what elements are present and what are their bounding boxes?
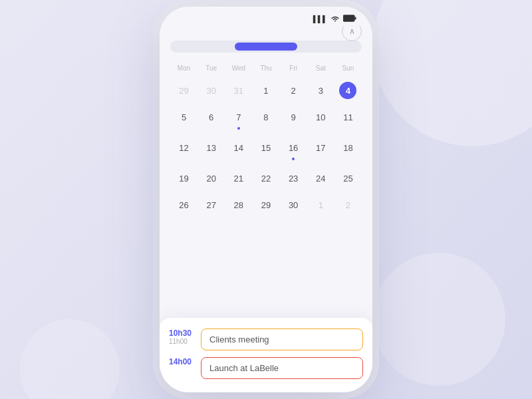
day-header-mon: Mon [170, 63, 198, 73]
cal-cell-w2-d5[interactable]: 17 [307, 136, 334, 164]
event-card-1[interactable]: Clients meeting [201, 329, 363, 350]
event-time-2: 14h00 [169, 357, 194, 379]
day-header-sat: Sat [307, 63, 334, 73]
wifi-icon [331, 15, 340, 23]
cal-cell-w3-d5[interactable]: 24 [307, 166, 334, 190]
chevron-up-icon: ∧ [349, 27, 355, 36]
cal-cell-w4-d3[interactable]: 29 [252, 193, 279, 217]
cal-cell-w0-d1[interactable]: 30 [198, 78, 225, 102]
cal-cell-w3-d1[interactable]: 20 [198, 166, 225, 190]
year-tab[interactable] [297, 43, 360, 51]
day-headers: Mon Tue Wed Thu Fri Sat Sun [170, 63, 362, 73]
cal-cell-w1-d2[interactable]: 7 [225, 105, 252, 133]
cal-cell-w0-d5[interactable]: 3 [307, 78, 334, 102]
cal-cell-w0-d0[interactable]: 29 [170, 78, 198, 102]
phone-frame: ▌▌▌ ∧ Mon Tue We [160, 7, 372, 392]
chevron-button[interactable]: ∧ [342, 26, 362, 41]
cal-cell-w3-d0[interactable]: 19 [170, 166, 198, 190]
cal-cell-w1-d6[interactable]: 11 [334, 105, 362, 133]
day-header-tue: Tue [198, 63, 225, 73]
cal-cell-w4-d5[interactable]: 1 [307, 193, 334, 217]
cal-cell-w1-d0[interactable]: 5 [170, 105, 198, 133]
cal-cell-w2-d3[interactable]: 15 [252, 136, 279, 164]
calendar-header: ∧ [170, 26, 362, 41]
week-tab[interactable] [172, 43, 235, 51]
event-title-2: Launch at LaBelle [209, 363, 279, 373]
cal-cell-w0-d6[interactable]: 4 [334, 78, 362, 102]
event-time-1: 10h30 11h00 [169, 329, 194, 350]
svg-rect-1 [355, 17, 356, 20]
cal-cell-w2-d1[interactable]: 13 [198, 136, 225, 164]
event-dot [292, 158, 295, 160]
day-header-sun: Sun [334, 63, 362, 73]
day-header-wed: Wed [225, 63, 252, 73]
cal-cell-w4-d2[interactable]: 28 [225, 193, 252, 217]
cal-cell-w4-d0[interactable]: 26 [170, 193, 198, 217]
day-header-fri: Fri [280, 63, 307, 73]
cal-cell-w2-d0[interactable]: 12 [170, 136, 198, 164]
battery-icon [343, 15, 356, 23]
event-start-2: 14h00 [169, 357, 194, 366]
svg-rect-0 [343, 15, 354, 21]
cal-cell-w1-d5[interactable]: 10 [307, 105, 334, 133]
day-header-thu: Thu [252, 63, 279, 73]
event-row-2: 14h00 Launch at LaBelle [169, 357, 363, 379]
month-tab[interactable] [235, 43, 297, 51]
cal-cell-w0-d2[interactable]: 31 [225, 78, 252, 102]
cal-cell-w3-d6[interactable]: 25 [334, 166, 362, 190]
status-icons: ▌▌▌ [313, 15, 356, 23]
bg-circle-3 [20, 319, 120, 399]
bg-circle-1 [372, 0, 532, 146]
cal-cell-w3-d3[interactable]: 22 [252, 166, 279, 190]
event-dot [237, 127, 240, 130]
cal-cell-w1-d4[interactable]: 9 [280, 105, 307, 133]
cal-cell-w1-d3[interactable]: 8 [252, 105, 279, 133]
cal-cell-w4-d4[interactable]: 30 [280, 193, 307, 217]
cal-cell-w0-d3[interactable]: 1 [252, 78, 279, 102]
cal-cell-w4-d6[interactable]: 2 [334, 193, 362, 217]
signal-icon: ▌▌▌ [313, 15, 327, 23]
view-tabs [170, 41, 362, 53]
event-row-1: 10h30 11h00 Clients meeting [169, 329, 363, 350]
bg-circle-2 [372, 253, 505, 386]
main-content: ∧ Mon Tue Wed Thu Fri Sat Sun 2930311234… [160, 26, 372, 392]
cal-cell-w3-d2[interactable]: 21 [225, 166, 252, 190]
event-start-1: 10h30 [169, 329, 194, 338]
calendar-dates: 2930311234567891011121314151617181920212… [170, 78, 362, 217]
cal-cell-w1-d1[interactable]: 6 [198, 105, 225, 133]
event-end-1: 11h00 [169, 338, 194, 345]
cal-cell-w0-d4[interactable]: 2 [280, 78, 307, 102]
cal-cell-w3-d4[interactable]: 23 [280, 166, 307, 190]
cal-cell-w2-d4[interactable]: 16 [280, 136, 307, 164]
event-title-1: Clients meeting [209, 334, 269, 344]
event-card-2[interactable]: Launch at LaBelle [201, 357, 363, 379]
status-bar: ▌▌▌ [160, 7, 372, 26]
cal-cell-w2-d6[interactable]: 18 [334, 136, 362, 164]
cal-cell-w4-d1[interactable]: 27 [198, 193, 225, 217]
events-section: 10h30 11h00 Clients meeting 14h00 Launch… [160, 318, 372, 392]
calendar-grid-container: Mon Tue Wed Thu Fri Sat Sun 293031123456… [170, 63, 362, 318]
cal-cell-w2-d2[interactable]: 14 [225, 136, 252, 164]
